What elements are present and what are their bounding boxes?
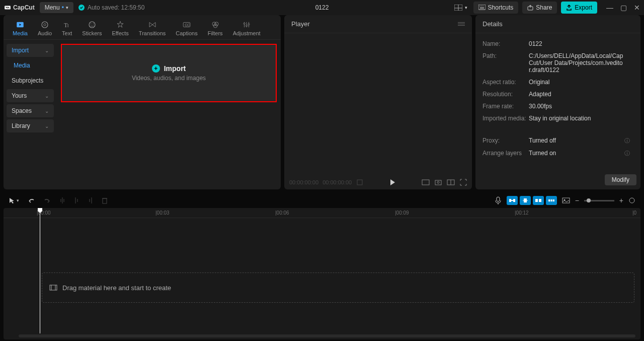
app-name: CapCut bbox=[13, 4, 35, 11]
timeline-ruler[interactable]: |00:00 |00:03 |00:06 |00:09 |00:12 |0 bbox=[4, 208, 640, 218]
split-right-button[interactable] bbox=[88, 197, 94, 204]
detail-framerate-label: Frame rate: bbox=[482, 103, 528, 110]
app-logo: CapCut bbox=[4, 4, 35, 11]
tab-filters[interactable]: Filters bbox=[203, 17, 228, 39]
tab-transitions[interactable]: Transitions bbox=[134, 17, 171, 39]
timeline-scrollbar[interactable] bbox=[19, 334, 635, 337]
fullscreen-icon[interactable] bbox=[460, 179, 467, 186]
compare-icon[interactable] bbox=[447, 179, 455, 185]
minimize-button[interactable]: — bbox=[606, 4, 613, 12]
sidebar-subprojects[interactable]: Subprojects bbox=[7, 74, 54, 87]
sidebar-spaces[interactable]: Spaces⌄ bbox=[7, 104, 54, 117]
share-icon bbox=[527, 5, 533, 11]
svg-marker-31 bbox=[390, 179, 395, 185]
tab-audio[interactable]: Audio bbox=[33, 17, 57, 39]
prev-frame-icon[interactable] bbox=[357, 179, 363, 185]
stickers-icon bbox=[88, 20, 97, 29]
zoom-slider[interactable] bbox=[584, 200, 614, 201]
selection-tool[interactable]: ▾ bbox=[9, 197, 19, 204]
import-title: Import bbox=[164, 64, 186, 73]
import-dropzone[interactable]: + Import Videos, audios, and images bbox=[61, 44, 277, 102]
redo-button[interactable] bbox=[43, 197, 51, 204]
chevron-down-icon: ⌄ bbox=[45, 123, 49, 129]
transitions-icon bbox=[148, 20, 157, 29]
player-controls: 00:00:00:00 00:00:00:00 bbox=[284, 175, 472, 189]
svg-rect-46 bbox=[497, 197, 500, 201]
player-menu-icon[interactable] bbox=[458, 22, 465, 26]
split-left-button[interactable] bbox=[73, 197, 79, 204]
text-icon: TI bbox=[62, 20, 71, 29]
main-track-magnet[interactable] bbox=[507, 196, 518, 205]
svg-rect-55 bbox=[548, 199, 550, 201]
svg-rect-56 bbox=[551, 199, 552, 201]
modify-button[interactable]: Modify bbox=[605, 174, 636, 185]
svg-rect-53 bbox=[535, 199, 538, 202]
info-icon[interactable]: ⓘ bbox=[624, 137, 633, 145]
zoom-out[interactable]: − bbox=[575, 196, 579, 204]
layout-button[interactable]: ▾ bbox=[452, 3, 469, 13]
info-icon[interactable]: ⓘ bbox=[624, 150, 633, 157]
sidebar-media[interactable]: Media bbox=[7, 59, 54, 72]
auto-snap[interactable] bbox=[520, 196, 531, 205]
timeline-dropzone[interactable]: Drag material here and start to create bbox=[42, 272, 634, 303]
audio-icon bbox=[40, 20, 49, 29]
tab-adjustment[interactable]: Adjustment bbox=[228, 17, 266, 39]
share-button[interactable]: Share bbox=[522, 2, 557, 14]
clip-icon bbox=[49, 285, 57, 291]
svg-rect-44 bbox=[103, 198, 107, 203]
delete-button[interactable] bbox=[102, 197, 108, 204]
tab-stickers[interactable]: Stickers bbox=[77, 17, 107, 39]
split-button[interactable] bbox=[59, 197, 65, 204]
zoom-in[interactable]: + bbox=[619, 196, 623, 204]
maximize-button[interactable]: ▢ bbox=[620, 4, 627, 12]
tab-effects[interactable]: Effects bbox=[107, 17, 133, 39]
sidebar-import[interactable]: Import⌄ bbox=[7, 44, 54, 57]
playhead[interactable] bbox=[40, 208, 40, 333]
cover-button[interactable] bbox=[562, 197, 570, 203]
svg-rect-4 bbox=[478, 5, 486, 10]
svg-rect-57 bbox=[553, 199, 554, 201]
svg-point-17 bbox=[91, 24, 92, 25]
chevron-down-icon: ⌄ bbox=[45, 48, 49, 53]
detail-resolution-label: Resolution: bbox=[482, 91, 528, 98]
svg-text:I: I bbox=[67, 24, 69, 28]
sidebar-library[interactable]: Library⌄ bbox=[7, 119, 54, 132]
svg-rect-33 bbox=[435, 180, 441, 185]
export-button[interactable]: Export bbox=[561, 2, 597, 14]
time-current: 00:00:00:00 bbox=[289, 179, 318, 185]
snapshot-icon[interactable] bbox=[435, 179, 442, 186]
svg-rect-48 bbox=[513, 199, 515, 202]
sidebar-yours[interactable]: Yours⌄ bbox=[7, 89, 54, 102]
svg-point-18 bbox=[93, 24, 94, 25]
detail-arrange-value: Turned on bbox=[529, 150, 623, 157]
tab-media[interactable]: Media bbox=[8, 17, 33, 39]
svg-point-16 bbox=[89, 22, 95, 28]
play-button[interactable] bbox=[388, 178, 396, 186]
svg-point-6 bbox=[481, 6, 481, 6]
detail-imported-value: Stay in original location bbox=[529, 115, 623, 122]
timeline[interactable]: |00:00 |00:03 |00:06 |00:09 |00:12 |0 Dr… bbox=[4, 208, 640, 339]
svg-point-5 bbox=[479, 6, 480, 6]
svg-text:CC: CC bbox=[185, 23, 190, 27]
preview-axis[interactable] bbox=[546, 196, 557, 205]
svg-rect-47 bbox=[509, 199, 511, 202]
ratio-icon[interactable] bbox=[422, 179, 430, 185]
autosave-status: Auto saved: 12:59:50 bbox=[78, 4, 144, 11]
media-sidebar: Import⌄ Media Subprojects Yours⌄ Spaces⌄… bbox=[4, 40, 57, 189]
chevron-down-icon: ⌄ bbox=[45, 108, 49, 114]
svg-point-29 bbox=[248, 24, 250, 25]
undo-button[interactable] bbox=[27, 197, 35, 204]
tab-captions[interactable]: CCCaptions bbox=[171, 17, 202, 39]
ruler-tick: |00:03 bbox=[155, 210, 170, 216]
record-button[interactable] bbox=[495, 196, 502, 204]
plus-icon: + bbox=[152, 64, 160, 73]
shortcuts-button[interactable]: Shortcuts bbox=[473, 2, 519, 14]
menu-button[interactable]: Menu•▾ bbox=[40, 2, 73, 13]
tab-text[interactable]: TIText bbox=[57, 17, 77, 39]
close-button[interactable]: ✕ bbox=[634, 4, 640, 12]
svg-point-27 bbox=[246, 25, 248, 27]
linkage-toggle[interactable] bbox=[533, 196, 544, 205]
player-header: Player bbox=[291, 20, 310, 28]
zoom-fit[interactable] bbox=[628, 197, 635, 204]
player-panel: Player 00:00:00:00 00:00:00:00 bbox=[284, 15, 472, 189]
